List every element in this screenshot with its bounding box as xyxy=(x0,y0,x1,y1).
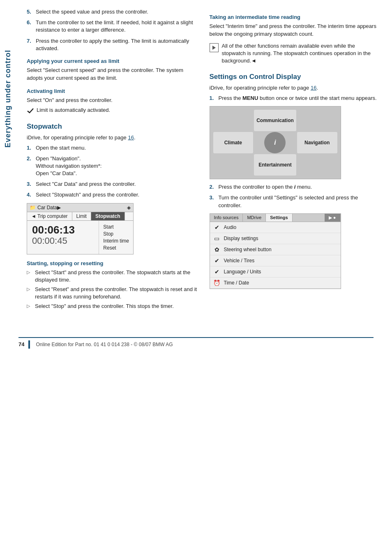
note-arrow-icon xyxy=(210,43,219,52)
settings-idrive-ref: iDrive, for operating principle refer to… xyxy=(210,84,380,92)
bullet-text-2: Select "Reset" and press the controller.… xyxy=(35,286,197,301)
right-column: Taking an intermediate time reading Sele… xyxy=(210,8,380,312)
sw-step-4: 4. Select "Stopwatch" and press the cont… xyxy=(27,191,197,199)
page-number: 74 xyxy=(18,341,24,347)
sw-nav-trip[interactable]: ◄ Trip computer xyxy=(27,212,72,220)
activating-heading: Activating limit xyxy=(27,88,197,94)
vehicle-label: Vehicle / Tires xyxy=(224,258,255,264)
tab-mdrive[interactable]: MDrive xyxy=(243,214,266,222)
sidebar-text: Everything under control xyxy=(4,50,12,148)
sw-times: 00:06:13 00:00:45 xyxy=(27,221,99,254)
audio-label: Audio xyxy=(224,224,237,230)
time-label: Time / Date xyxy=(224,280,249,286)
note-text: All of the other functions remain availa… xyxy=(222,42,380,65)
menu-key: MENU xyxy=(242,95,258,101)
nav-grid: Communication Climate i Navigation Enter… xyxy=(210,106,341,179)
sw-actions: Start Stop Interim time Reset xyxy=(99,221,133,254)
stopwatch-screenshot: 📁 Car Data▶ ◈ ◄ Trip computer Limit Stop… xyxy=(27,203,134,254)
audio-icon: ✔ xyxy=(213,224,221,231)
steering-label: Steering wheel button xyxy=(224,247,272,252)
step-5: 5. Select the speed value and press the … xyxy=(27,8,197,16)
activating-check-text: Limit is automatically activated. xyxy=(37,106,110,114)
sw-header: 📁 Car Data▶ ◈ xyxy=(27,204,133,212)
settings-step-2: 2. Press the controller to open the i me… xyxy=(210,183,380,191)
bullet-reset: ▷ Select "Reset" and press the controlle… xyxy=(27,286,197,301)
sw-body: 00:06:13 00:00:45 Start Stop Interim tim… xyxy=(27,221,133,254)
settings-item-vehicle: ✔ Vehicle / Tires xyxy=(210,255,341,266)
steps-intro: 5. Select the speed value and press the … xyxy=(27,8,197,52)
stopwatch-idrive-text: iDrive, for operating principle refer to… xyxy=(27,134,127,141)
display-icon: ▭ xyxy=(213,235,221,242)
interim-text: Select "Interim time" and press the cont… xyxy=(210,23,380,38)
sw-time-main: 00:06:13 xyxy=(32,224,94,236)
settings-step-1-text: Press the MENU button once or twice unti… xyxy=(219,95,380,102)
sw-step-2: 2. Open "Navigation". Without navigation… xyxy=(27,155,197,178)
triangle-icon-3: ▷ xyxy=(27,303,32,310)
sw-header-left: 📁 Car Data▶ xyxy=(30,205,61,210)
nav-cell-center: i xyxy=(264,132,286,153)
step-7: 7. Press the controller to apply the set… xyxy=(27,37,197,52)
bullet-text-1: Select "Start" and press the controller.… xyxy=(35,269,197,284)
folder-icon: 📁 xyxy=(30,205,36,210)
nav-cell-bottom-right xyxy=(297,154,337,176)
sw-nav-limit[interactable]: Limit xyxy=(72,212,91,220)
stopwatch-idrive-ref: iDrive, for operating principle refer to… xyxy=(27,134,197,142)
footer-accent xyxy=(28,340,30,349)
sw-header-text: Car Data▶ xyxy=(37,205,61,210)
bullet-text-3: Select "Stop" and press the controller. … xyxy=(35,303,174,310)
settings-item-audio: ✔ Audio xyxy=(210,222,341,233)
sw-header-right: ◈ xyxy=(127,205,131,210)
bullet-stop: ▷ Select "Stop" and press the controller… xyxy=(27,303,197,310)
sw-nav: ◄ Trip computer Limit Stopwatch xyxy=(27,212,133,221)
settings-item-language: ✔ Language / Units xyxy=(210,266,341,278)
nav-cell-bottom-left xyxy=(213,154,254,176)
stopwatch-idrive-link[interactable]: 16 xyxy=(128,134,134,141)
tab-arrow[interactable]: ▶ ● xyxy=(325,214,341,222)
stopwatch-steps: 1. Open the start menu. 2. Open "Navigat… xyxy=(27,144,197,199)
settings-item-steering: ✿ Steering wheel button xyxy=(210,244,341,255)
settings-tabs: Info sources MDrive Settings ▶ ● xyxy=(210,214,341,222)
activating-text: Select "On" and press the controller. xyxy=(27,97,197,104)
sw-action-interim[interactable]: Interim time xyxy=(103,238,129,244)
sw-action-reset[interactable]: Reset xyxy=(103,245,129,251)
applying-text: Select "Select current speed" and press … xyxy=(27,67,197,82)
tab-settings[interactable]: Settings xyxy=(266,214,292,222)
nav-cell-entertainment: Entertainment xyxy=(254,154,296,176)
main-content: 5. Select the speed value and press the … xyxy=(18,0,392,329)
vehicle-icon: ✔ xyxy=(213,257,221,264)
sw-step-3: 3. Select "Car Data" and press the contr… xyxy=(27,180,197,188)
tab-info-sources[interactable]: Info sources xyxy=(210,214,243,222)
sw-nav-stopwatch[interactable]: Stopwatch xyxy=(91,212,125,220)
sw-time-sub: 00:00:45 xyxy=(32,236,94,246)
steering-icon: ✿ xyxy=(213,246,221,253)
settings-heading: Settings on Control Display xyxy=(210,73,380,81)
settings-step-3-text: Turn the controller until "Settings" is … xyxy=(219,194,380,209)
bullet-start: ▷ Select "Start" and press the controlle… xyxy=(27,269,197,284)
settings-menu: Info sources MDrive Settings ▶ ● ✔ Audio… xyxy=(210,213,341,289)
arrow-triangle-icon xyxy=(212,46,216,50)
sw-action-stop[interactable]: Stop xyxy=(103,231,129,237)
step-6: 6. Turn the controller to set the limit.… xyxy=(27,19,197,34)
time-icon: ⏰ xyxy=(213,279,221,287)
stopwatch-heading: Stopwatch xyxy=(27,123,197,131)
note-box: All of the other functions remain availa… xyxy=(210,42,380,65)
page-footer: 74 Online Edition for Part no. 01 41 0 0… xyxy=(18,337,374,349)
sw-action-start[interactable]: Start xyxy=(103,224,129,230)
settings-item-display: ▭ Display settings xyxy=(210,233,341,244)
settings-step-1: 1. Press the MENU button once or twice u… xyxy=(210,95,380,102)
language-icon: ✔ xyxy=(213,268,221,275)
interim-heading: Taking an intermediate time reading xyxy=(210,14,380,20)
settings-idrive-link[interactable]: 16 xyxy=(311,85,316,91)
language-label: Language / Units xyxy=(224,269,261,275)
footer-text: Online Edition for Part no. 01 41 0 014 … xyxy=(36,342,173,347)
activating-check-item: Limit is automatically activated. xyxy=(27,106,197,114)
nav-cell-top-right xyxy=(297,110,337,131)
settings-step-2-text: Press the controller to open the i menu. xyxy=(219,183,380,191)
nav-display: Communication Climate i Navigation Enter… xyxy=(210,106,341,179)
nav-cell-communication: Communication xyxy=(254,110,296,131)
nav-cell-climate: Climate xyxy=(213,132,254,153)
settings-step-3: 3. Turn the controller until "Settings" … xyxy=(210,194,380,209)
nav-cell-top-left xyxy=(213,110,254,131)
applying-heading: Applying your current speed as limit xyxy=(27,58,197,64)
starting-heading: Starting, stopping or resetting xyxy=(27,260,197,266)
